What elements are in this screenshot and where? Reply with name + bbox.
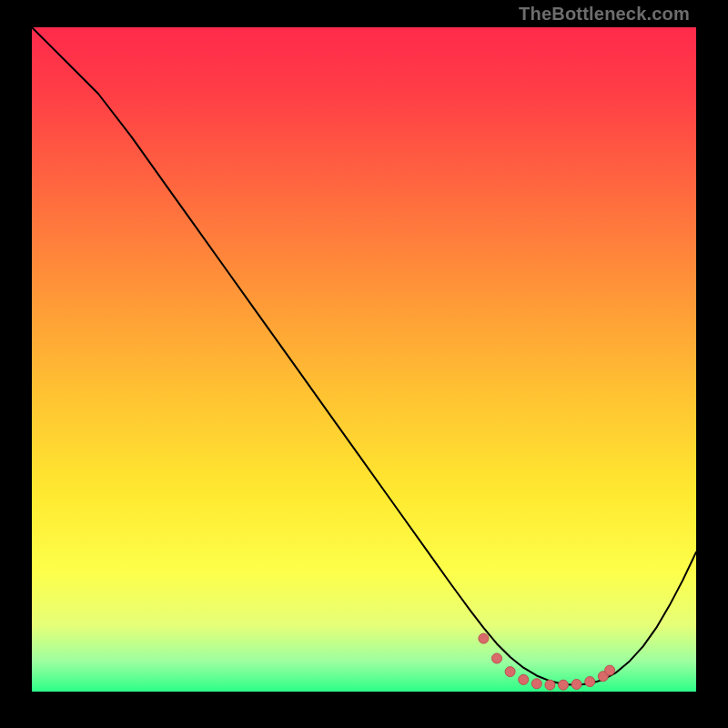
min-marker	[492, 653, 502, 663]
gradient-background	[32, 27, 696, 692]
figure: TheBottleneck.com	[0, 0, 728, 728]
min-marker	[545, 680, 555, 690]
min-marker	[585, 677, 595, 687]
min-marker	[531, 679, 541, 689]
min-marker	[479, 633, 489, 643]
min-marker	[519, 674, 529, 684]
watermark: TheBottleneck.com	[519, 4, 690, 25]
min-marker	[571, 679, 581, 689]
min-marker	[559, 680, 569, 690]
min-marker	[505, 667, 515, 677]
plot-area	[32, 27, 696, 692]
min-marker	[605, 665, 615, 675]
plot-svg	[32, 27, 696, 692]
